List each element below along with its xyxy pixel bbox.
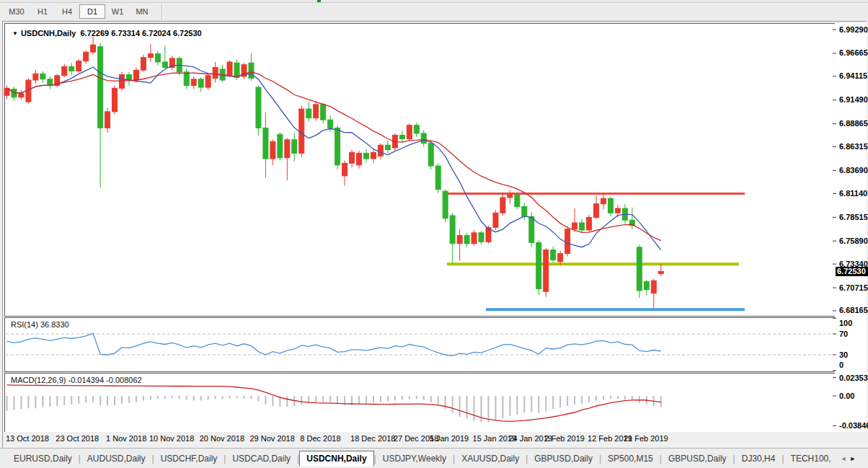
timeframe-toolbar: M30H1H4D1W1MN	[0, 3, 868, 21]
tab-usdjpy-weekly[interactable]: USDJPY,Weekly	[376, 451, 453, 466]
timeframe-button-w1[interactable]: W1	[105, 4, 130, 19]
tab-gbpusd-daily[interactable]: GBPUSD,Daily	[528, 451, 599, 466]
macd-tick-label: 0.023534	[839, 374, 868, 382]
tab-audusd-daily[interactable]: AUDUSD,Daily	[81, 451, 152, 466]
date-tick-label: 21 Feb 2019	[624, 434, 668, 443]
chart-ohlc-values: 6.72269 6.73314 6.72024 6.72530	[80, 29, 201, 37]
macd-indicator-label: MACD(12,26,9) -0.014394 -0.008062	[11, 376, 142, 384]
tab-dj30-h4[interactable]: DJ30,H4	[735, 451, 782, 466]
timeframe-button-m30[interactable]: M30	[3, 4, 30, 19]
timeframe-button-d1[interactable]: D1	[79, 4, 105, 19]
chart-window: ▼USDCNH,Daily 6.72269 6.73314 6.72024 6.…	[2, 21, 867, 448]
price-tick-label: 6.96665	[839, 48, 868, 57]
green-indicator-dot	[317, 0, 321, 2]
date-tick-label: 23 Oct 2018	[56, 434, 99, 443]
timeframe-button-h1[interactable]: H1	[30, 4, 55, 19]
last-price-tag: 6.72530	[836, 267, 868, 276]
rsi-tick-label: 70	[839, 330, 848, 338]
macd-panel[interactable]: MACD(12,26,9) -0.014394 -0.008062	[4, 373, 836, 433]
date-tick-label: 8 Dec 2018	[300, 434, 340, 443]
price-tick-label: 6.68165	[839, 306, 868, 314]
price-tick-label: 6.94115	[839, 71, 867, 80]
rsi-panel[interactable]: RSI(14) 36.8330	[4, 317, 836, 372]
tab-sp500-m15[interactable]: SP500,M15	[601, 451, 660, 466]
timeframe-button-mn[interactable]: MN	[130, 4, 154, 19]
rsi-indicator-label: RSI(14) 36.8330	[11, 320, 69, 329]
tab-usdcad-daily[interactable]: USDCAD,Daily	[226, 451, 297, 466]
macd-tick-label: -0.038466	[839, 421, 868, 430]
date-tick-label: 20 Nov 2018	[200, 434, 244, 443]
date-tick-label: 2 Feb 2019	[544, 434, 585, 443]
date-tick-label: 13 Oct 2018	[6, 434, 49, 443]
tab-tech100-[interactable]: TECH100,	[784, 451, 838, 466]
tab-usdchf-daily[interactable]: USDCHF,Daily	[154, 451, 224, 466]
tab-usdcnh-daily[interactable]: USDCNH,Daily	[299, 451, 373, 467]
price-chart-panel[interactable]: ▼USDCNH,Daily 6.72269 6.73314 6.72024 6.…	[4, 23, 836, 317]
time-axis: 13 Oct 201823 Oct 20181 Nov 201810 Nov 2…	[3, 432, 867, 448]
price-tick-label: 6.83690	[839, 166, 868, 175]
collapse-triangle-icon[interactable]: ▼	[12, 30, 18, 37]
price-tick-label: 6.81140	[839, 189, 867, 198]
chart-symbol-label: USDCNH,Daily	[21, 29, 76, 37]
date-tick-label: 10 Nov 2018	[149, 434, 194, 443]
price-tick-label: 6.75890	[839, 237, 868, 245]
rsi-tick-label: 0	[839, 361, 843, 369]
price-tick-label: 6.86315	[839, 142, 868, 151]
price-tick-label: 6.88865	[839, 119, 868, 128]
macd-tick-label: 0.00	[839, 392, 854, 400]
price-tick-label: 6.99290	[839, 25, 868, 34]
tab-xauusd-daily[interactable]: XAUUSD,Daily	[455, 451, 526, 466]
date-tick-label: 29 Nov 2018	[249, 434, 294, 443]
price-axis	[835, 23, 867, 432]
rsi-tick-label: 100	[839, 319, 852, 327]
date-tick-label: 1 Nov 2018	[106, 434, 146, 443]
date-tick-label: 5 Jan 2019	[430, 434, 469, 443]
price-tick-label: 6.70715	[839, 283, 868, 292]
tab-scroll-right-icon[interactable]: ►	[850, 455, 856, 462]
date-tick-label: 18 Dec 2018	[350, 434, 395, 443]
toolbar-separator	[161, 4, 163, 19]
timeframe-button-h4[interactable]: H4	[55, 4, 79, 19]
tab-gbpusd-daily[interactable]: GBPUSD,Daily	[662, 451, 733, 466]
symbol-tab-bar: EURUSD,Daily|AUDUSD,Daily|USDCHF,Daily|U…	[0, 448, 868, 468]
price-tick-label: 6.91490	[839, 95, 868, 104]
price-tick-label: 6.78515	[839, 213, 868, 221]
tab-scroll-left-icon[interactable]: ◄	[841, 455, 847, 462]
rsi-tick-label: 30	[839, 350, 848, 359]
tab-eurusd-daily[interactable]: EURUSD,Daily	[7, 451, 79, 466]
chart-title: ▼USDCNH,Daily 6.72269 6.73314 6.72024 6.…	[12, 29, 202, 37]
